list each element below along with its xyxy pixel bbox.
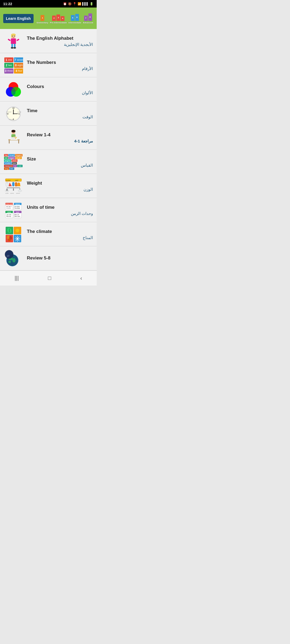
svg-text:half past: half past [9,119,14,120]
svg-point-33 [11,130,15,132]
review58-icon [4,250,23,267]
alphabet-title-ar: الأبجدية الإنجليزية [27,42,93,47]
colours-text: Colours الألوان [27,84,93,95]
unitstime-title-en: Units of time [27,205,93,210]
size-text: Size القياس [27,156,93,168]
level-intermediate[interactable]: 5 6 Intermediate [68,14,81,24]
silent-icon: 🔕 [68,2,72,6]
svg-text:12: 12 [12,107,15,109]
svg-text:1 2 3 4: 1 2 3 4 [6,207,11,209]
level-advanced[interactable]: 7 8 Advanced [83,13,93,24]
time-text: Time الوقت [27,108,93,119]
review58-text: Review 5-8 [27,255,93,262]
colours-icon [4,81,23,98]
numbers-title-ar: الأرقام [27,66,93,71]
block-1: 1 [41,15,44,21]
nav-menu-button[interactable]: ||| [9,273,24,283]
location-icon: 📍 [73,2,77,6]
svg-text:Tue Wed: Tue Wed [15,207,20,209]
colours-title-en: Colours [27,84,93,89]
level-bars: 1 Elementary 2 3 4 Pre-Intermediate 5 6 … [37,13,93,24]
list-item-review14[interactable]: Review 1-4 مراجعة 1-4 [0,126,97,150]
menu-icon: ||| [15,275,19,281]
home-icon: □ [48,275,51,281]
numbers-text: The Numbers الأرقام [27,60,93,71]
svg-point-89 [16,229,19,232]
svg-text:scale: scale [5,192,9,194]
colours-title-ar: الألوان [27,90,93,95]
svg-point-46 [17,130,18,130]
svg-point-44 [14,132,15,132]
block-2: 2 [52,16,56,21]
alphabet-title-en: The English Alphabet [27,36,93,41]
svg-point-61 [6,189,8,191]
weight-title-en: Weight [27,181,93,186]
svg-text:pound: pound [16,192,20,194]
weight-title-ar: الوزن [27,187,93,192]
status-icons: ⏰ 🔕 📍 📶 ▌▌▌ 🔋 [63,2,93,6]
review14-title-en: Review 1-4 [27,132,93,138]
back-icon: ‹ [80,275,82,281]
svg-rect-38 [10,137,18,140]
list-item-colours[interactable]: Colours الألوان [0,77,97,101]
size-title-en: Size [27,156,93,162]
svg-rect-53 [15,182,17,186]
svg-point-17 [11,87,21,97]
weight-icon: inches yard scale oun [4,177,23,195]
status-time: 11:22 [3,2,12,6]
nav-back-button[interactable]: ‹ [75,273,88,283]
alarm-icon: ⏰ [63,2,67,6]
list-item-review58[interactable]: Review 5-8 [0,246,97,270]
list-item-weight[interactable]: inches yard scale oun [0,174,97,198]
list-item-climate[interactable]: The climate المناخ [0,222,97,246]
pre-intermediate-label: Pre-Intermediate [50,21,67,24]
block-7: 7 [84,16,88,21]
svg-text:DAY: DAY [16,211,19,213]
advanced-label: Advanced [83,21,93,24]
block-4: 4 [61,16,64,21]
svg-point-11 [14,36,15,36]
svg-rect-2 [11,34,12,38]
time-icon: 12 3 6 9 a quarter past a quarter to hal… [4,105,23,122]
time-title-ar: الوقت [27,115,93,119]
review14-icon [4,129,23,147]
list-item-numbers[interactable]: 1one 7seven 2two 8eight 3three 4four The… [0,53,97,77]
svg-text:yard: yard [15,180,18,181]
unitstime-text: Units of time وحدات الزمن [27,205,93,216]
app-logo: Learn English [3,14,34,23]
svg-point-60 [18,190,22,192]
svg-rect-51 [6,182,8,183]
svg-text:JANUARY: JANUARY [5,203,13,205]
svg-rect-3 [11,38,16,44]
list-item-time[interactable]: 12 3 6 9 a quarter past a quarter to hal… [0,101,97,126]
svg-rect-36 [9,140,10,143]
block-6: 6 [75,14,79,21]
svg-text:2024: 2024 [7,211,11,213]
intermediate-label: Intermediate [68,21,81,24]
nav-home-button[interactable]: □ [42,273,56,283]
svg-point-56 [13,189,14,191]
list-item-unitstime[interactable]: JANUARY M T W T 1 2 3 4 WEEK Sun Mon Tue… [0,198,97,222]
unitstime-title-ar: وحدات الزمن [27,211,93,216]
size-icon: big Small biggest tall bigger larger lar… [4,153,23,171]
climate-text: The climate المناخ [27,229,93,240]
review58-title-en: Review 5-8 [27,255,93,261]
climate-title-ar: المناخ [27,235,93,240]
level-pre-intermediate[interactable]: 2 3 4 Pre-Intermediate [50,14,67,24]
level-elementary[interactable]: 1 Elementary [37,15,48,24]
wifi-icon: 📶 [78,2,81,6]
svg-text:past: past [6,113,9,114]
svg-point-10 [12,36,13,36]
svg-rect-9 [16,38,19,41]
app-header: Learn English 1 Elementary 2 3 4 Pre-Int… [0,8,97,29]
block-3: 3 [56,14,60,21]
list-item-size[interactable]: big Small biggest tall bigger larger lar… [0,150,97,174]
review14-title-ar: مراجعة 1-4 [27,139,93,144]
list-item-alphabet[interactable]: The English Alphabet الأبجدية الإنجليزية [0,29,97,53]
svg-point-6 [11,47,13,49]
status-bar: 11:22 ⏰ 🔕 📍 📶 ▌▌▌ 🔋 [0,0,97,8]
svg-text:9am 3pm: 9am 3pm [15,215,20,217]
climate-title-en: The climate [27,229,93,234]
alphabet-icon [4,32,23,50]
signal-icon: ▌▌▌ [82,2,89,5]
